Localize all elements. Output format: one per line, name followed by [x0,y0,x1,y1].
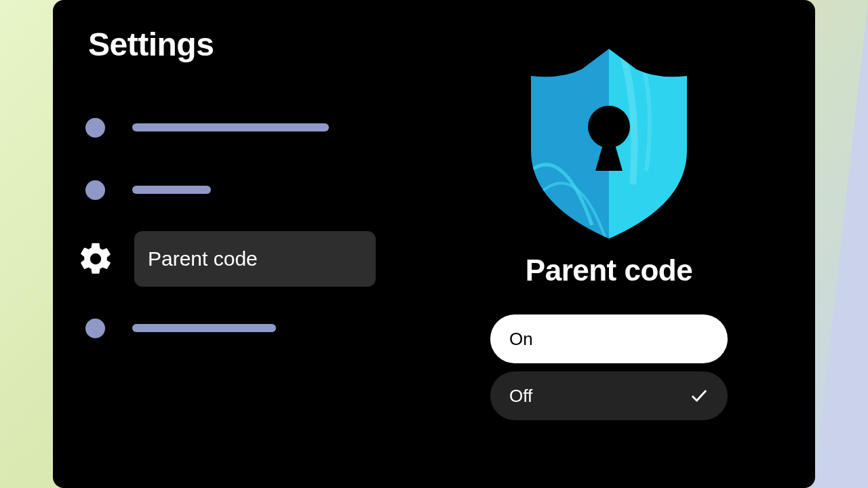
menu-item-chip: Parent code [134,231,376,287]
settings-menu: Parent code [85,114,425,377]
option-off[interactable]: Off [490,371,728,420]
option-on[interactable]: On [490,314,728,363]
menu-item-label-placeholder [132,186,211,194]
menu-item-icon [85,180,105,200]
check-icon [690,386,709,405]
menu-item-icon [85,319,105,338]
menu-item-icon [85,118,105,138]
detail-pane: Parent code On Off [460,49,758,420]
menu-item-placeholder[interactable] [85,114,425,141]
page-title: Settings [88,26,214,63]
shield-lock-icon [531,49,687,239]
menu-item-placeholder[interactable] [85,314,425,342]
option-label: Off [509,386,532,407]
menu-item-parent-code[interactable]: Parent code [85,232,425,286]
menu-item-label-placeholder [132,324,276,332]
option-list: On Off [490,314,728,420]
gear-icon [76,239,115,279]
menu-item-label: Parent code [148,247,258,270]
background-accent [814,0,868,488]
menu-item-label-placeholder [132,123,329,131]
settings-panel: Settings Parent code [53,0,815,488]
detail-title: Parent code [526,253,692,287]
option-label: On [509,329,533,350]
menu-item-placeholder[interactable] [85,176,425,203]
